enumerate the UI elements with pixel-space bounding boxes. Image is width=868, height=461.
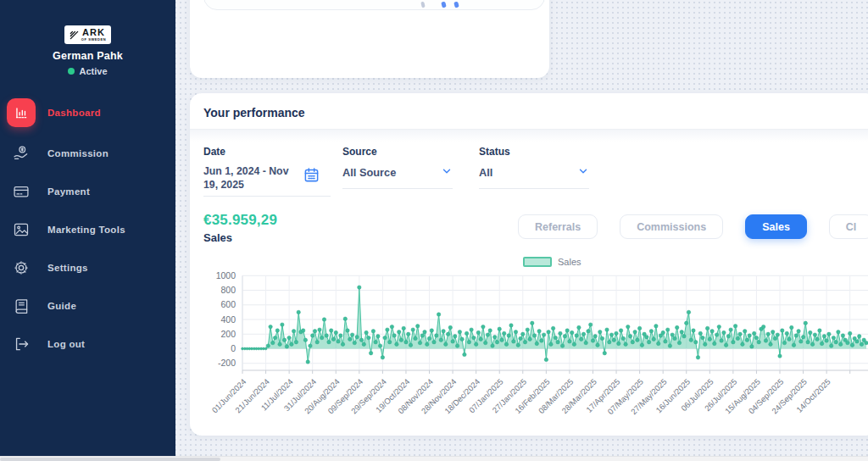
svg-text:-200: -200 bbox=[218, 358, 236, 368]
date-range-value[interactable]: Jun 1, 2024 - Nov 19, 2025 bbox=[203, 165, 297, 192]
sidebar-item-guide[interactable]: Guide bbox=[0, 286, 175, 325]
chevron-down-icon[interactable] bbox=[441, 165, 453, 181]
svg-text:800: 800 bbox=[220, 285, 236, 295]
sidebar-item-label: Marketing Tools bbox=[47, 225, 125, 235]
status-dot-icon bbox=[68, 68, 75, 75]
sidebar-item-label: Dashboard bbox=[47, 108, 101, 118]
calendar-icon[interactable] bbox=[303, 167, 320, 186]
chart-tabs: ReferralsCommissionsSalesCl bbox=[518, 214, 868, 239]
hand-coin-icon bbox=[7, 139, 36, 168]
date-filter[interactable]: Date Jun 1, 2024 - Nov 19, 2025 bbox=[203, 146, 331, 197]
total-amount: €35.959,29 bbox=[203, 212, 277, 229]
svg-text:400: 400 bbox=[220, 314, 236, 325]
svg-text:200: 200 bbox=[220, 329, 236, 339]
brand-logo: ARK OF SWEDEN bbox=[64, 25, 112, 44]
sidebar-item-dashboard[interactable]: Dashboard bbox=[0, 92, 175, 134]
source-select-value[interactable]: All Source bbox=[342, 166, 396, 181]
sidebar-item-payment[interactable]: Payment bbox=[0, 172, 175, 210]
status-text: Active bbox=[79, 66, 107, 76]
tab-cl[interactable]: Cl bbox=[829, 214, 868, 239]
legend-swatch bbox=[523, 257, 552, 267]
total-amount-label: Sales bbox=[203, 231, 232, 244]
tab-referrals[interactable]: Referrals bbox=[518, 214, 598, 239]
brand-subtitle: OF SWEDEN bbox=[81, 38, 107, 42]
user-name: German Pahk bbox=[0, 50, 175, 62]
chart-legend: Sales bbox=[523, 257, 581, 267]
sidebar-item-label: Payment bbox=[47, 186, 90, 197]
sidebar-item-commission[interactable]: Commission bbox=[0, 134, 175, 172]
performance-card: Your performance Date Jun 1, 2024 - Nov … bbox=[190, 93, 868, 436]
logout-icon bbox=[7, 330, 36, 358]
brand-name: ARK bbox=[82, 28, 105, 37]
top-card bbox=[190, 0, 549, 78]
divider-shade bbox=[190, 130, 868, 142]
sidebar-item-settings[interactable]: Settings bbox=[0, 248, 175, 286]
source-filter-label: Source bbox=[342, 146, 453, 158]
horizontal-scrollbar[interactable] bbox=[0, 456, 868, 461]
date-filter-label: Date bbox=[203, 146, 331, 158]
card-title: Your performance bbox=[203, 106, 305, 119]
svg-text:1000: 1000 bbox=[216, 270, 236, 280]
source-filter[interactable]: Source All Source bbox=[342, 146, 453, 189]
app-screen: Your performance Date Jun 1, 2024 - Nov … bbox=[0, 0, 868, 461]
sidebar-item-marketing[interactable]: Marketing Tools bbox=[0, 210, 175, 248]
gear-icon bbox=[7, 253, 36, 282]
sales-chart[interactable]: 10008006004002000-20001/Jun/202421/Jun/2… bbox=[202, 268, 868, 434]
image-icon bbox=[7, 215, 36, 244]
chevron-down-icon[interactable] bbox=[577, 165, 589, 181]
status-select-value[interactable]: All bbox=[479, 166, 492, 181]
user-status-badge: Active bbox=[0, 66, 175, 76]
book-icon bbox=[7, 292, 36, 320]
status-filter[interactable]: Status All bbox=[479, 146, 589, 189]
sidebar: ARK OF SWEDEN German Pahk Active Dashboa… bbox=[0, 0, 175, 457]
svg-text:0: 0 bbox=[231, 343, 236, 353]
sidebar-item-label: Settings bbox=[47, 263, 88, 273]
sidebar-item-label: Log out bbox=[47, 339, 85, 349]
sidebar-item-label: Commission bbox=[47, 148, 108, 158]
status-filter-label: Status bbox=[479, 146, 589, 158]
legend-label: Sales bbox=[558, 257, 581, 267]
sidebar-item-logout[interactable]: Log out bbox=[0, 325, 175, 363]
credit-card-icon bbox=[7, 177, 36, 206]
bar-chart-icon bbox=[7, 98, 36, 127]
sidebar-item-label: Guide bbox=[47, 301, 76, 311]
scrollbar-thumb[interactable] bbox=[0, 458, 220, 461]
sidebar-nav: DashboardCommissionPaymentMarketing Tool… bbox=[0, 92, 175, 363]
sail-logo-icon bbox=[70, 31, 79, 40]
tab-sales[interactable]: Sales bbox=[745, 214, 807, 239]
svg-text:600: 600 bbox=[220, 299, 236, 309]
top-inner-panel bbox=[203, 0, 545, 10]
tab-commissions[interactable]: Commissions bbox=[620, 214, 723, 239]
